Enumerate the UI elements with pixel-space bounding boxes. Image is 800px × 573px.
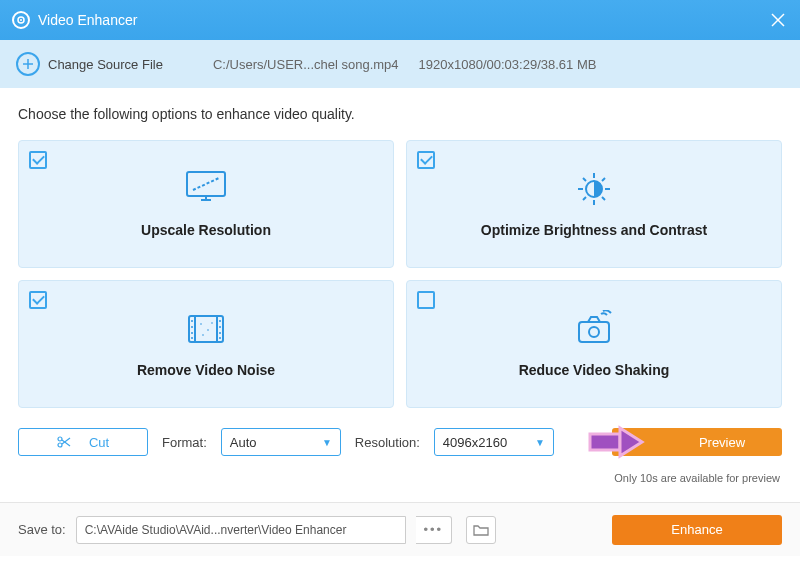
- add-source-icon[interactable]: [16, 52, 40, 76]
- folder-icon: [473, 524, 489, 536]
- option-label: Optimize Brightness and Contrast: [481, 222, 707, 238]
- svg-rect-40: [590, 434, 620, 450]
- resolution-label: Resolution:: [355, 435, 420, 450]
- options-grid: Upscale Resolution Optimize Bright: [18, 140, 782, 408]
- cut-button[interactable]: Cut: [18, 428, 148, 456]
- svg-line-15: [583, 178, 586, 181]
- preview-note: Only 10s are available for preview: [18, 472, 782, 484]
- svg-point-30: [200, 323, 202, 325]
- save-path-more-button[interactable]: •••: [416, 516, 452, 544]
- option-remove-noise[interactable]: Remove Video Noise: [18, 280, 394, 408]
- film-icon: [183, 310, 229, 348]
- svg-line-7: [193, 178, 219, 190]
- svg-point-32: [211, 322, 213, 324]
- svg-point-36: [58, 437, 62, 441]
- svg-point-25: [191, 337, 193, 339]
- save-to-label: Save to:: [18, 522, 66, 537]
- main-panel: Choose the following options to enhance …: [0, 88, 800, 502]
- checkbox-icon[interactable]: [29, 291, 47, 309]
- controls-row: Cut Format: Auto ▼ Resolution: 4096x2160…: [18, 428, 782, 456]
- svg-point-24: [191, 332, 193, 334]
- monitor-icon: [183, 170, 229, 208]
- option-upscale-resolution[interactable]: Upscale Resolution: [18, 140, 394, 268]
- option-label: Remove Video Noise: [137, 362, 275, 378]
- option-label: Upscale Resolution: [141, 222, 271, 238]
- checkbox-icon[interactable]: [29, 151, 47, 169]
- svg-marker-41: [620, 428, 642, 456]
- source-toolbar: Change Source File C:/Users/USER...chel …: [0, 40, 800, 88]
- svg-point-29: [219, 337, 221, 339]
- cut-label: Cut: [89, 435, 109, 450]
- scissors-icon: [57, 435, 71, 449]
- svg-rect-34: [579, 322, 609, 342]
- save-path-input[interactable]: [76, 516, 406, 544]
- option-reduce-shaking[interactable]: Reduce Video Shaking: [406, 280, 782, 408]
- format-value: Auto: [230, 435, 257, 450]
- source-file-info: 1920x1080/00:03:29/38.61 MB: [419, 57, 597, 72]
- svg-line-16: [602, 197, 605, 200]
- checkbox-icon[interactable]: [417, 291, 435, 309]
- svg-point-1: [20, 19, 22, 21]
- svg-point-37: [58, 443, 62, 447]
- annotation-arrow-icon: [586, 422, 646, 462]
- svg-point-35: [589, 327, 599, 337]
- svg-point-27: [219, 326, 221, 328]
- close-button[interactable]: [768, 10, 788, 30]
- resolution-select[interactable]: 4096x2160 ▼: [434, 428, 554, 456]
- svg-point-31: [207, 329, 209, 331]
- option-label: Reduce Video Shaking: [519, 362, 670, 378]
- change-source-button[interactable]: Change Source File: [48, 57, 163, 72]
- format-select[interactable]: Auto ▼: [221, 428, 341, 456]
- titlebar: Video Enhancer: [0, 0, 800, 40]
- open-folder-button[interactable]: [466, 516, 496, 544]
- enhance-label: Enhance: [671, 522, 722, 537]
- enhance-button[interactable]: Enhance: [612, 515, 782, 545]
- format-label: Format:: [162, 435, 207, 450]
- preview-label: Preview: [699, 435, 745, 450]
- svg-rect-6: [187, 172, 225, 196]
- svg-point-22: [191, 320, 193, 322]
- app-logo-icon: [12, 11, 30, 29]
- svg-point-26: [219, 320, 221, 322]
- svg-line-17: [583, 197, 586, 200]
- preview-button[interactable]: Preview: [612, 428, 782, 456]
- svg-line-18: [602, 178, 605, 181]
- option-optimize-brightness[interactable]: Optimize Brightness and Contrast: [406, 140, 782, 268]
- svg-point-23: [191, 326, 193, 328]
- checkbox-icon[interactable]: [417, 151, 435, 169]
- footer: Save to: ••• Enhance: [0, 502, 800, 556]
- brightness-icon: [571, 170, 617, 208]
- chevron-down-icon: ▼: [535, 437, 545, 448]
- app-title: Video Enhancer: [38, 12, 137, 28]
- source-file-path: C:/Users/USER...chel song.mp4: [213, 57, 399, 72]
- resolution-value: 4096x2160: [443, 435, 507, 450]
- svg-point-28: [219, 332, 221, 334]
- chevron-down-icon: ▼: [322, 437, 332, 448]
- instruction-text: Choose the following options to enhance …: [18, 106, 782, 122]
- camera-icon: [571, 310, 617, 348]
- svg-point-33: [202, 334, 204, 336]
